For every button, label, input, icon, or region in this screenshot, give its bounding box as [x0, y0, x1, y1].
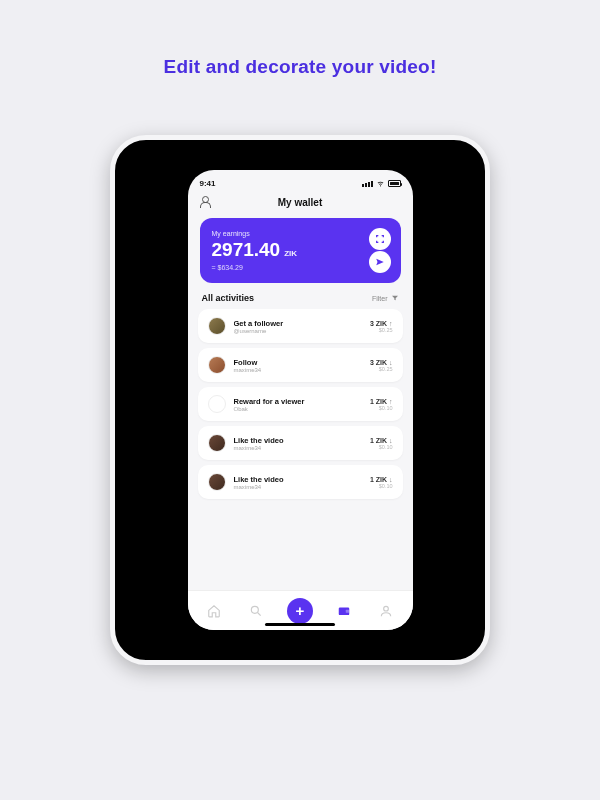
amount-value: 3 ZIK [370, 320, 387, 327]
nav-wallet[interactable] [334, 601, 354, 621]
activity-text: Like the videomaxime34 [234, 436, 362, 451]
nav-add[interactable]: + [287, 598, 313, 624]
earnings-label: My earnings [212, 230, 389, 237]
amount-usd: $0.10 [370, 405, 393, 411]
activities-title: All activities [202, 293, 255, 303]
search-icon [249, 604, 263, 618]
promo-title: Edit and decorate your video! [0, 0, 600, 78]
activity-row[interactable]: Like the videomaxime341 ZIK↓$0.10 [198, 465, 403, 499]
earnings-card: My earnings 2971.40 ZIK = $634.29 [200, 218, 401, 283]
scan-icon [375, 234, 385, 244]
amount-value: 3 ZIK [370, 359, 387, 366]
send-button[interactable] [369, 251, 391, 273]
activity-text: Get a follower@username [234, 319, 362, 334]
phone-frame: 9:41 My wallet My earnings 2971.40 ZIK =… [188, 170, 413, 630]
activity-subtitle: maxime34 [234, 484, 362, 490]
profile-nav-icon [379, 604, 393, 618]
nav-search[interactable] [246, 601, 266, 621]
activity-text: Followmaxime34 [234, 358, 362, 373]
activity-text: Like the videomaxime34 [234, 475, 362, 490]
arrow-down-icon: ↓ [389, 476, 393, 483]
status-time: 9:41 [200, 179, 216, 188]
home-icon [207, 604, 221, 618]
earnings-usd: = $634.29 [212, 264, 389, 271]
activity-title: Like the video [234, 475, 362, 484]
avatar [208, 473, 226, 491]
amount-value: 1 ZIK [370, 476, 387, 483]
amount-value: 1 ZIK [370, 398, 387, 405]
svg-point-3 [383, 606, 388, 611]
activity-row[interactable]: Like the videomaxime341 ZIK↓$0.10 [198, 426, 403, 460]
svg-point-0 [251, 606, 258, 613]
page-title: My wallet [278, 197, 322, 208]
activity-amount: 1 ZIK↑$0.10 [370, 398, 393, 411]
activity-title: Reward for a viewer [234, 397, 362, 406]
arrow-down-icon: ↓ [389, 359, 393, 366]
amount-usd: $0.25 [370, 327, 393, 333]
filter-button[interactable]: Filter [372, 294, 399, 302]
activities-list[interactable]: Get a follower@username3 ZIK↑$0.25Follow… [188, 309, 413, 590]
header: My wallet [188, 192, 413, 214]
avatar [208, 356, 226, 374]
svg-rect-2 [346, 609, 350, 612]
filter-label: Filter [372, 295, 388, 302]
plus-icon: + [296, 602, 305, 619]
activity-amount: 3 ZIK↑$0.25 [370, 320, 393, 333]
activity-amount: 3 ZIK↓$0.25 [370, 359, 393, 372]
status-icons [362, 180, 401, 187]
filter-icon [391, 294, 399, 302]
home-indicator [265, 623, 335, 626]
activities-header: All activities Filter [188, 291, 413, 309]
activity-amount: 1 ZIK↓$0.10 [370, 437, 393, 450]
arrow-down-icon: ↓ [389, 437, 393, 444]
battery-icon [388, 180, 401, 187]
send-icon [375, 257, 385, 267]
status-bar: 9:41 [188, 170, 413, 192]
amount-value: 1 ZIK [370, 437, 387, 444]
activity-title: Like the video [234, 436, 362, 445]
avatar [208, 395, 226, 413]
nav-profile[interactable] [376, 601, 396, 621]
activity-subtitle: @username [234, 328, 362, 334]
amount-usd: $0.10 [370, 444, 393, 450]
arrow-up-icon: ↑ [389, 398, 393, 405]
nav-home[interactable] [204, 601, 224, 621]
activity-row[interactable]: Get a follower@username3 ZIK↑$0.25 [198, 309, 403, 343]
activity-subtitle: maxime34 [234, 445, 362, 451]
earnings-currency: ZIK [284, 249, 297, 258]
activity-subtitle: maxime34 [234, 367, 362, 373]
activity-amount: 1 ZIK↓$0.10 [370, 476, 393, 489]
earnings-value: 2971.40 [212, 239, 281, 261]
activity-subtitle: Obak [234, 406, 362, 412]
wifi-icon [376, 180, 385, 187]
avatar [208, 434, 226, 452]
signal-icon [362, 181, 373, 187]
activity-row[interactable]: Reward for a viewerObak1 ZIK↑$0.10 [198, 387, 403, 421]
arrow-up-icon: ↑ [389, 320, 393, 327]
activity-title: Get a follower [234, 319, 362, 328]
amount-usd: $0.10 [370, 483, 393, 489]
avatar [208, 317, 226, 335]
amount-usd: $0.25 [370, 366, 393, 372]
tablet-frame: 9:41 My wallet My earnings 2971.40 ZIK =… [110, 135, 490, 665]
scan-button[interactable] [369, 228, 391, 250]
activity-title: Follow [234, 358, 362, 367]
earnings-amount: 2971.40 ZIK [212, 239, 389, 261]
activity-row[interactable]: Followmaxime343 ZIK↓$0.25 [198, 348, 403, 382]
wallet-icon [337, 604, 351, 618]
profile-icon[interactable] [200, 196, 212, 208]
activity-text: Reward for a viewerObak [234, 397, 362, 412]
